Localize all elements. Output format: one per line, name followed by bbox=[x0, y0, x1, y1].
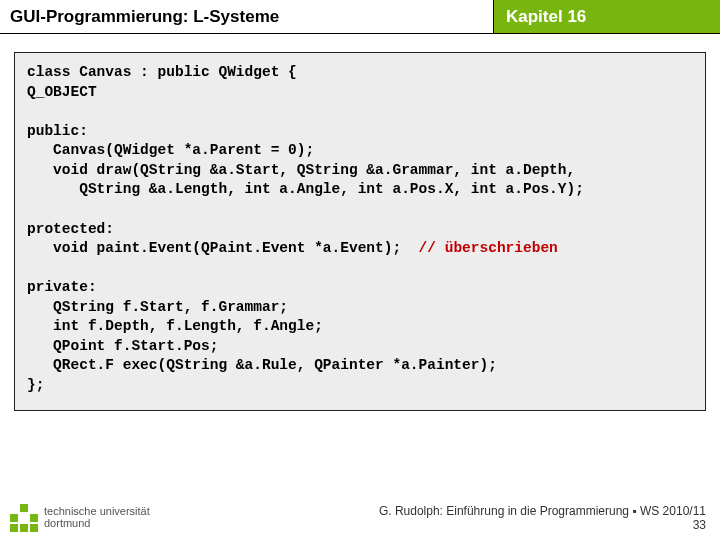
code-line: void draw(QString &a.Start, QString &a.G… bbox=[27, 162, 575, 178]
slide-footer: technische universität dortmund G. Rudol… bbox=[0, 504, 720, 534]
code-line: QPoint f.Start.Pos; bbox=[27, 338, 218, 354]
header-title-left: GUI-Programmierung: L-Systeme bbox=[0, 0, 494, 33]
code-line: class Canvas : public QWidget { bbox=[27, 64, 297, 80]
header-title-right: Kapitel 16 bbox=[494, 0, 720, 33]
university-logo: technische universität dortmund bbox=[10, 504, 150, 532]
slide-credit: G. Rudolph: Einführung in die Programmie… bbox=[379, 504, 706, 532]
code-line: }; bbox=[27, 377, 44, 393]
code-line: private: bbox=[27, 279, 97, 295]
university-name: technische universität dortmund bbox=[44, 506, 150, 529]
code-comment: // überschrieben bbox=[419, 240, 558, 256]
code-line: QString f.Start, f.Grammar; bbox=[27, 299, 288, 315]
code-line: public: bbox=[27, 123, 88, 139]
tu-logo-icon bbox=[10, 504, 38, 532]
code-line: void paint.Event(QPaint.Event *a.Event); bbox=[27, 240, 419, 256]
code-block: class Canvas : public QWidget { Q_OBJECT… bbox=[14, 52, 706, 411]
code-line: int f.Depth, f.Length, f.Angle; bbox=[27, 318, 323, 334]
uni-line2: dortmund bbox=[44, 518, 150, 530]
code-line: Q_OBJECT bbox=[27, 84, 97, 100]
credit-text: G. Rudolph: Einführung in die Programmie… bbox=[379, 504, 706, 518]
code-line: QRect.F exec(QString &a.Rule, QPainter *… bbox=[27, 357, 497, 373]
code-line: protected: bbox=[27, 221, 114, 237]
page-number: 33 bbox=[379, 518, 706, 532]
code-line: Canvas(QWidget *a.Parent = 0); bbox=[27, 142, 314, 158]
code-line: QString &a.Length, int a.Angle, int a.Po… bbox=[27, 181, 584, 197]
slide-header: GUI-Programmierung: L-Systeme Kapitel 16 bbox=[0, 0, 720, 34]
